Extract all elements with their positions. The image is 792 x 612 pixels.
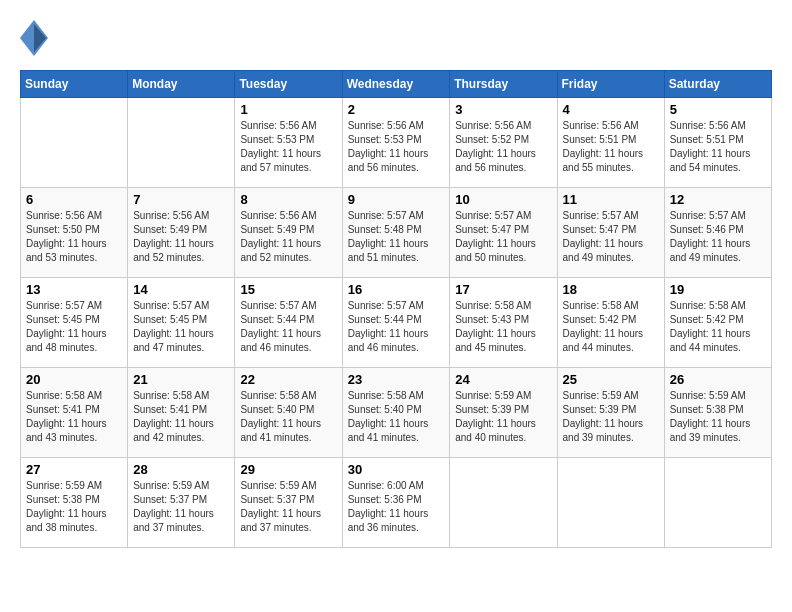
day-info: Sunrise: 5:57 AM Sunset: 5:44 PM Dayligh… bbox=[240, 299, 336, 355]
day-number: 28 bbox=[133, 462, 229, 477]
calendar-cell: 3Sunrise: 5:56 AM Sunset: 5:52 PM Daylig… bbox=[450, 98, 557, 188]
day-number: 30 bbox=[348, 462, 445, 477]
calendar-cell: 24Sunrise: 5:59 AM Sunset: 5:39 PM Dayli… bbox=[450, 368, 557, 458]
day-info: Sunrise: 5:59 AM Sunset: 5:39 PM Dayligh… bbox=[455, 389, 551, 445]
day-info: Sunrise: 6:00 AM Sunset: 5:36 PM Dayligh… bbox=[348, 479, 445, 535]
day-number: 27 bbox=[26, 462, 122, 477]
calendar-cell: 6Sunrise: 5:56 AM Sunset: 5:50 PM Daylig… bbox=[21, 188, 128, 278]
calendar-cell: 25Sunrise: 5:59 AM Sunset: 5:39 PM Dayli… bbox=[557, 368, 664, 458]
day-info: Sunrise: 5:59 AM Sunset: 5:37 PM Dayligh… bbox=[133, 479, 229, 535]
day-info: Sunrise: 5:59 AM Sunset: 5:37 PM Dayligh… bbox=[240, 479, 336, 535]
day-info: Sunrise: 5:56 AM Sunset: 5:50 PM Dayligh… bbox=[26, 209, 122, 265]
calendar-body: 1Sunrise: 5:56 AM Sunset: 5:53 PM Daylig… bbox=[21, 98, 772, 548]
day-number: 13 bbox=[26, 282, 122, 297]
week-row-5: 27Sunrise: 5:59 AM Sunset: 5:38 PM Dayli… bbox=[21, 458, 772, 548]
calendar-cell: 11Sunrise: 5:57 AM Sunset: 5:47 PM Dayli… bbox=[557, 188, 664, 278]
calendar-cell: 26Sunrise: 5:59 AM Sunset: 5:38 PM Dayli… bbox=[664, 368, 771, 458]
day-info: Sunrise: 5:57 AM Sunset: 5:48 PM Dayligh… bbox=[348, 209, 445, 265]
calendar-cell: 16Sunrise: 5:57 AM Sunset: 5:44 PM Dayli… bbox=[342, 278, 450, 368]
day-info: Sunrise: 5:59 AM Sunset: 5:38 PM Dayligh… bbox=[670, 389, 766, 445]
calendar-cell: 5Sunrise: 5:56 AM Sunset: 5:51 PM Daylig… bbox=[664, 98, 771, 188]
day-number: 14 bbox=[133, 282, 229, 297]
day-number: 20 bbox=[26, 372, 122, 387]
day-info: Sunrise: 5:56 AM Sunset: 5:52 PM Dayligh… bbox=[455, 119, 551, 175]
calendar-cell bbox=[557, 458, 664, 548]
day-info: Sunrise: 5:57 AM Sunset: 5:44 PM Dayligh… bbox=[348, 299, 445, 355]
calendar-cell: 10Sunrise: 5:57 AM Sunset: 5:47 PM Dayli… bbox=[450, 188, 557, 278]
day-number: 7 bbox=[133, 192, 229, 207]
day-info: Sunrise: 5:57 AM Sunset: 5:45 PM Dayligh… bbox=[26, 299, 122, 355]
day-number: 2 bbox=[348, 102, 445, 117]
page-header bbox=[20, 20, 772, 60]
day-info: Sunrise: 5:57 AM Sunset: 5:46 PM Dayligh… bbox=[670, 209, 766, 265]
calendar-cell bbox=[664, 458, 771, 548]
day-number: 21 bbox=[133, 372, 229, 387]
logo-icon bbox=[20, 20, 48, 60]
day-number: 8 bbox=[240, 192, 336, 207]
weekday-header-row: SundayMondayTuesdayWednesdayThursdayFrid… bbox=[21, 71, 772, 98]
day-number: 25 bbox=[563, 372, 659, 387]
day-number: 5 bbox=[670, 102, 766, 117]
calendar-cell bbox=[128, 98, 235, 188]
day-number: 19 bbox=[670, 282, 766, 297]
calendar-cell: 14Sunrise: 5:57 AM Sunset: 5:45 PM Dayli… bbox=[128, 278, 235, 368]
day-number: 10 bbox=[455, 192, 551, 207]
day-number: 4 bbox=[563, 102, 659, 117]
weekday-header-tuesday: Tuesday bbox=[235, 71, 342, 98]
calendar-cell: 4Sunrise: 5:56 AM Sunset: 5:51 PM Daylig… bbox=[557, 98, 664, 188]
calendar-cell: 27Sunrise: 5:59 AM Sunset: 5:38 PM Dayli… bbox=[21, 458, 128, 548]
day-info: Sunrise: 5:58 AM Sunset: 5:43 PM Dayligh… bbox=[455, 299, 551, 355]
calendar-cell: 17Sunrise: 5:58 AM Sunset: 5:43 PM Dayli… bbox=[450, 278, 557, 368]
day-info: Sunrise: 5:59 AM Sunset: 5:39 PM Dayligh… bbox=[563, 389, 659, 445]
calendar-cell: 18Sunrise: 5:58 AM Sunset: 5:42 PM Dayli… bbox=[557, 278, 664, 368]
day-number: 22 bbox=[240, 372, 336, 387]
calendar-cell: 19Sunrise: 5:58 AM Sunset: 5:42 PM Dayli… bbox=[664, 278, 771, 368]
day-info: Sunrise: 5:56 AM Sunset: 5:51 PM Dayligh… bbox=[563, 119, 659, 175]
day-info: Sunrise: 5:59 AM Sunset: 5:38 PM Dayligh… bbox=[26, 479, 122, 535]
day-info: Sunrise: 5:58 AM Sunset: 5:41 PM Dayligh… bbox=[26, 389, 122, 445]
week-row-4: 20Sunrise: 5:58 AM Sunset: 5:41 PM Dayli… bbox=[21, 368, 772, 458]
calendar-cell: 28Sunrise: 5:59 AM Sunset: 5:37 PM Dayli… bbox=[128, 458, 235, 548]
day-number: 6 bbox=[26, 192, 122, 207]
day-info: Sunrise: 5:56 AM Sunset: 5:53 PM Dayligh… bbox=[348, 119, 445, 175]
calendar-cell: 2Sunrise: 5:56 AM Sunset: 5:53 PM Daylig… bbox=[342, 98, 450, 188]
day-number: 12 bbox=[670, 192, 766, 207]
weekday-header-wednesday: Wednesday bbox=[342, 71, 450, 98]
weekday-header-friday: Friday bbox=[557, 71, 664, 98]
day-number: 11 bbox=[563, 192, 659, 207]
day-info: Sunrise: 5:58 AM Sunset: 5:41 PM Dayligh… bbox=[133, 389, 229, 445]
day-info: Sunrise: 5:56 AM Sunset: 5:49 PM Dayligh… bbox=[133, 209, 229, 265]
weekday-header-monday: Monday bbox=[128, 71, 235, 98]
calendar-cell: 23Sunrise: 5:58 AM Sunset: 5:40 PM Dayli… bbox=[342, 368, 450, 458]
weekday-header-sunday: Sunday bbox=[21, 71, 128, 98]
day-number: 3 bbox=[455, 102, 551, 117]
day-number: 15 bbox=[240, 282, 336, 297]
day-info: Sunrise: 5:57 AM Sunset: 5:45 PM Dayligh… bbox=[133, 299, 229, 355]
day-info: Sunrise: 5:57 AM Sunset: 5:47 PM Dayligh… bbox=[563, 209, 659, 265]
calendar-cell: 12Sunrise: 5:57 AM Sunset: 5:46 PM Dayli… bbox=[664, 188, 771, 278]
day-number: 16 bbox=[348, 282, 445, 297]
day-number: 23 bbox=[348, 372, 445, 387]
calendar-cell: 1Sunrise: 5:56 AM Sunset: 5:53 PM Daylig… bbox=[235, 98, 342, 188]
day-info: Sunrise: 5:58 AM Sunset: 5:40 PM Dayligh… bbox=[348, 389, 445, 445]
calendar-header: SundayMondayTuesdayWednesdayThursdayFrid… bbox=[21, 71, 772, 98]
day-info: Sunrise: 5:58 AM Sunset: 5:42 PM Dayligh… bbox=[670, 299, 766, 355]
day-number: 29 bbox=[240, 462, 336, 477]
day-number: 9 bbox=[348, 192, 445, 207]
calendar-cell: 9Sunrise: 5:57 AM Sunset: 5:48 PM Daylig… bbox=[342, 188, 450, 278]
day-number: 18 bbox=[563, 282, 659, 297]
day-info: Sunrise: 5:57 AM Sunset: 5:47 PM Dayligh… bbox=[455, 209, 551, 265]
week-row-3: 13Sunrise: 5:57 AM Sunset: 5:45 PM Dayli… bbox=[21, 278, 772, 368]
day-info: Sunrise: 5:58 AM Sunset: 5:42 PM Dayligh… bbox=[563, 299, 659, 355]
day-info: Sunrise: 5:56 AM Sunset: 5:51 PM Dayligh… bbox=[670, 119, 766, 175]
calendar-cell: 7Sunrise: 5:56 AM Sunset: 5:49 PM Daylig… bbox=[128, 188, 235, 278]
week-row-1: 1Sunrise: 5:56 AM Sunset: 5:53 PM Daylig… bbox=[21, 98, 772, 188]
weekday-header-thursday: Thursday bbox=[450, 71, 557, 98]
day-number: 26 bbox=[670, 372, 766, 387]
calendar-cell: 21Sunrise: 5:58 AM Sunset: 5:41 PM Dayli… bbox=[128, 368, 235, 458]
calendar-cell: 15Sunrise: 5:57 AM Sunset: 5:44 PM Dayli… bbox=[235, 278, 342, 368]
day-number: 1 bbox=[240, 102, 336, 117]
day-info: Sunrise: 5:56 AM Sunset: 5:49 PM Dayligh… bbox=[240, 209, 336, 265]
calendar-cell: 22Sunrise: 5:58 AM Sunset: 5:40 PM Dayli… bbox=[235, 368, 342, 458]
day-info: Sunrise: 5:56 AM Sunset: 5:53 PM Dayligh… bbox=[240, 119, 336, 175]
